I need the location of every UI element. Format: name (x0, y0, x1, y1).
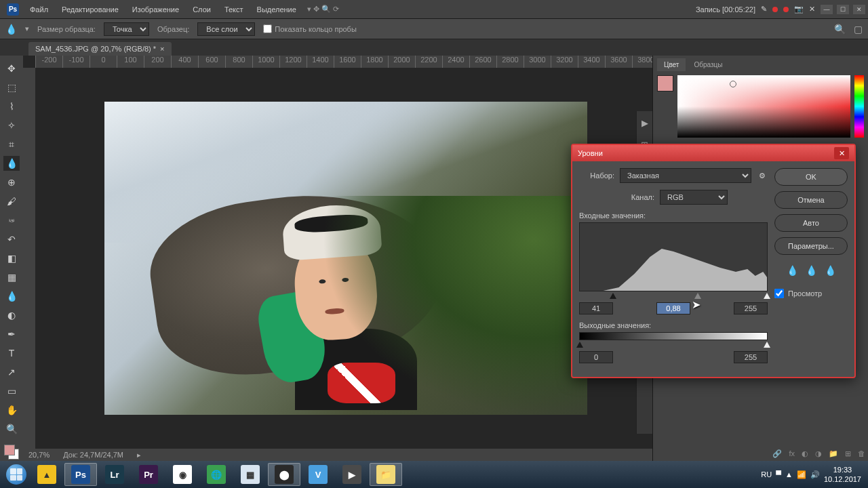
pause-icon[interactable] (772, 7, 778, 12)
taskbar-recorder[interactable]: ⬤ (268, 463, 300, 486)
color-spectrum[interactable] (677, 75, 850, 138)
input-black-slider[interactable] (610, 293, 616, 299)
menu-image[interactable]: Изображение (125, 5, 186, 14)
dodge-tool[interactable]: ◐ (3, 308, 20, 323)
zoom-tool[interactable]: 🔍 (3, 422, 20, 436)
output-gradient[interactable] (579, 332, 768, 340)
menu-layers[interactable]: Слои (186, 5, 218, 14)
close-tab-icon[interactable]: × (160, 45, 164, 53)
options-button[interactable]: Параметры... (774, 237, 848, 255)
brush-tool[interactable]: 🖌 (3, 194, 20, 209)
taskbar-explorer[interactable]: 📁 (370, 463, 402, 486)
minimize-button[interactable]: — (821, 5, 833, 14)
input-white-field[interactable] (734, 302, 768, 314)
crop-tool[interactable]: ⌗ (3, 137, 20, 152)
color-swatches[interactable] (4, 445, 19, 460)
adjustment-icon[interactable]: ◑ (815, 449, 822, 458)
show-ring-checkbox[interactable] (263, 24, 272, 33)
shape-tool[interactable]: ▭ (3, 384, 20, 399)
move-tool[interactable]: ✥ (3, 61, 20, 76)
dialog-titlebar[interactable]: Уровни ✕ (572, 145, 854, 161)
menu-text[interactable]: Текст (218, 5, 250, 14)
input-black-field[interactable] (579, 302, 613, 314)
preview-checkbox[interactable] (774, 289, 784, 298)
workspace-icon[interactable]: ▢ (854, 24, 863, 35)
stamp-tool[interactable]: ⎃ (3, 213, 20, 228)
gray-dropper-icon[interactable]: 💧 (804, 263, 818, 278)
preset-select[interactable]: Заказная (620, 168, 751, 183)
taskbar-photoshop[interactable]: Ps (64, 463, 97, 486)
ok-button[interactable]: OK (774, 168, 848, 186)
blur-tool[interactable]: 💧 (3, 289, 20, 304)
document-tab[interactable]: SAM_4536.JPG @ 20,7% (RGB/8) * × (28, 42, 172, 56)
auto-button[interactable]: Авто (774, 214, 848, 232)
taskbar-video[interactable]: ▶ (336, 463, 368, 486)
history-brush-tool[interactable]: ↶ (3, 232, 20, 247)
path-tool[interactable]: ↗ (3, 365, 20, 380)
channel-select[interactable]: RGB (660, 190, 728, 205)
taskbar-chrome[interactable]: ◉ (166, 463, 199, 486)
pencil-icon[interactable]: ✎ (761, 5, 767, 14)
taskbar-warning[interactable]: ▲ (31, 463, 63, 486)
camera-icon[interactable]: 📷 (794, 5, 804, 14)
sample-size-select[interactable]: Точка (104, 22, 149, 36)
eyedropper-tool[interactable]: 💧 (3, 156, 20, 171)
input-white-slider[interactable] (764, 293, 770, 299)
preset-gear-icon[interactable]: ⚙ (757, 170, 768, 181)
output-sliders[interactable] (579, 342, 768, 348)
taskbar-calc[interactable]: ▦ (234, 463, 267, 486)
pen-tool[interactable]: ✒ (3, 327, 20, 342)
tray-flag-icon[interactable]: ▀ (776, 470, 781, 479)
foreground-swatch[interactable] (657, 75, 673, 92)
zoom-level[interactable]: 20,7% (28, 451, 50, 459)
tray-network-icon[interactable]: 📶 (797, 470, 806, 479)
start-button[interactable] (3, 463, 30, 486)
tray-volume-icon[interactable]: 🔊 (810, 470, 820, 479)
fx-icon[interactable]: fx (789, 449, 795, 458)
menu-select[interactable]: Выделение (250, 5, 303, 14)
black-dropper-icon[interactable]: 💧 (785, 263, 800, 278)
gradient-tool[interactable]: ▦ (3, 270, 20, 285)
search-icon[interactable]: 🔍 (834, 24, 846, 35)
input-sliders[interactable] (579, 293, 768, 300)
trash-icon[interactable]: 🗑 (858, 449, 865, 458)
tab-swatches[interactable]: Образцы (687, 58, 729, 71)
tab-color[interactable]: Цвет (657, 58, 686, 71)
taskbar-lightroom[interactable]: Lr (98, 463, 131, 486)
histogram[interactable] (579, 222, 768, 291)
canvas-area[interactable]: -200-10001002004006008001000120014001600… (23, 56, 652, 461)
close-button[interactable]: ✕ (853, 5, 865, 14)
type-tool[interactable]: T (3, 346, 20, 361)
white-dropper-icon[interactable]: 💧 (823, 263, 837, 278)
output-white-field[interactable] (734, 351, 768, 363)
cancel-button[interactable]: Отмена (774, 191, 848, 209)
maximize-button[interactable]: ☐ (837, 5, 849, 14)
wand-tool[interactable]: ✧ (3, 118, 20, 133)
canvas-image[interactable] (104, 102, 587, 415)
dialog-close-button[interactable]: ✕ (834, 147, 849, 159)
stop-icon[interactable] (783, 7, 789, 12)
hue-strip[interactable] (854, 75, 864, 138)
play-icon[interactable]: ▶ (639, 117, 651, 129)
folder-icon[interactable]: 📁 (829, 449, 838, 458)
new-layer-icon[interactable]: ⊞ (845, 449, 851, 458)
menu-file[interactable]: Файл (23, 5, 55, 14)
input-mid-slider[interactable] (694, 293, 701, 299)
input-mid-field[interactable] (656, 302, 690, 314)
taskbar-v-app[interactable]: V (302, 463, 334, 486)
mask-icon[interactable]: ◐ (802, 449, 808, 458)
tray-lang[interactable]: RU (761, 470, 772, 479)
heal-tool[interactable]: ⊕ (3, 175, 20, 190)
marquee-tool[interactable]: ⬚ (3, 80, 20, 95)
tray-up-icon[interactable]: ▲ (785, 470, 793, 479)
eraser-tool[interactable]: ◧ (3, 251, 20, 266)
tool-icon[interactable]: 💧 (5, 24, 17, 35)
output-black-slider[interactable] (576, 342, 583, 348)
taskbar-premiere[interactable]: Pr (132, 463, 165, 486)
taskbar-browser2[interactable]: 🌐 (200, 463, 233, 486)
link-icon[interactable]: 🔗 (772, 449, 782, 458)
close-rec-icon[interactable]: ✕ (809, 5, 815, 14)
lasso-tool[interactable]: ⌇ (3, 99, 20, 114)
menu-edit[interactable]: Редактирование (55, 5, 125, 14)
sample-select[interactable]: Все слои (197, 22, 255, 36)
